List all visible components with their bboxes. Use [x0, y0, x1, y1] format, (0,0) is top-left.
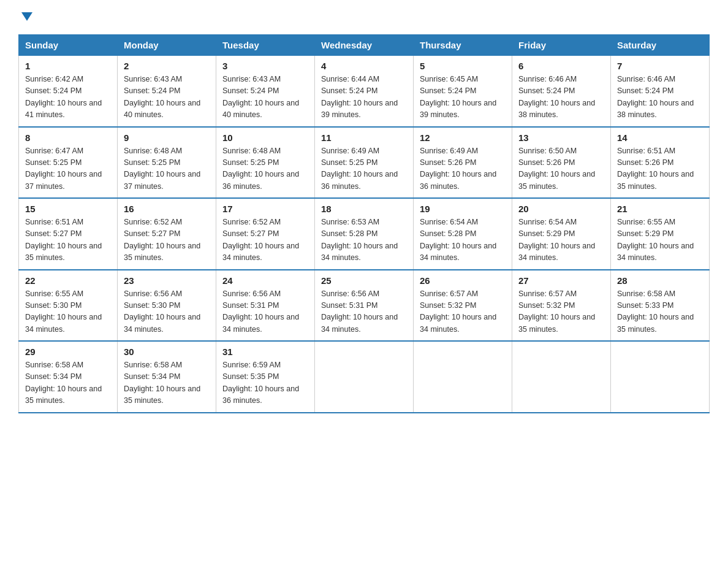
calendar-cell: 6 Sunrise: 6:46 AMSunset: 5:24 PMDayligh… — [512, 56, 611, 127]
weekday-header-wednesday: Wednesday — [315, 35, 414, 56]
day-info: Sunrise: 6:51 AMSunset: 5:27 PMDaylight:… — [25, 218, 102, 262]
day-number: 15 — [25, 204, 111, 214]
weekday-header-row: SundayMondayTuesdayWednesdayThursdayFrid… — [19, 35, 710, 56]
weekday-header-thursday: Thursday — [414, 35, 512, 56]
weekday-header-tuesday: Tuesday — [216, 35, 315, 56]
day-info: Sunrise: 6:54 AMSunset: 5:29 PMDaylight:… — [518, 218, 595, 262]
calendar-table: SundayMondayTuesdayWednesdayThursdayFrid… — [18, 34, 710, 413]
calendar-week-row: 29 Sunrise: 6:58 AMSunset: 5:34 PMDaylig… — [19, 341, 710, 413]
day-number: 23 — [124, 275, 210, 286]
day-info: Sunrise: 6:56 AMSunset: 5:31 PMDaylight:… — [222, 289, 299, 334]
day-number: 13 — [518, 132, 604, 143]
day-number: 8 — [25, 132, 111, 143]
day-info: Sunrise: 6:58 AMSunset: 5:33 PMDaylight:… — [617, 289, 694, 334]
day-info: Sunrise: 6:44 AMSunset: 5:24 PMDaylight:… — [321, 75, 398, 119]
day-info: Sunrise: 6:55 AMSunset: 5:30 PMDaylight:… — [25, 289, 102, 334]
calendar-cell: 26 Sunrise: 6:57 AMSunset: 5:32 PMDaylig… — [414, 270, 512, 342]
weekday-header-friday: Friday — [512, 35, 611, 56]
day-info: Sunrise: 6:43 AMSunset: 5:24 PMDaylight:… — [222, 75, 299, 119]
page-header — [18, 12, 710, 22]
day-number: 9 — [124, 132, 210, 143]
weekday-header-saturday: Saturday — [611, 35, 710, 56]
day-info: Sunrise: 6:56 AMSunset: 5:31 PMDaylight:… — [321, 289, 398, 334]
day-number: 12 — [420, 132, 506, 143]
day-number: 24 — [222, 275, 308, 286]
day-number: 5 — [420, 61, 506, 71]
day-info: Sunrise: 6:46 AMSunset: 5:24 PMDaylight:… — [518, 75, 595, 119]
day-info: Sunrise: 6:58 AMSunset: 5:34 PMDaylight:… — [25, 361, 102, 405]
calendar-cell: 2 Sunrise: 6:43 AMSunset: 5:24 PMDayligh… — [118, 56, 216, 127]
day-info: Sunrise: 6:58 AMSunset: 5:34 PMDaylight:… — [124, 361, 200, 405]
svg-marker-0 — [21, 12, 32, 21]
calendar-cell: 1 Sunrise: 6:42 AMSunset: 5:24 PMDayligh… — [19, 56, 118, 127]
calendar-week-row: 22 Sunrise: 6:55 AMSunset: 5:30 PMDaylig… — [19, 270, 710, 342]
calendar-cell: 16 Sunrise: 6:52 AMSunset: 5:27 PMDaylig… — [118, 198, 216, 270]
day-number: 17 — [222, 204, 308, 214]
calendar-cell: 21 Sunrise: 6:55 AMSunset: 5:29 PMDaylig… — [611, 198, 710, 270]
calendar-cell: 3 Sunrise: 6:43 AMSunset: 5:24 PMDayligh… — [216, 56, 315, 127]
calendar-cell: 7 Sunrise: 6:46 AMSunset: 5:24 PMDayligh… — [611, 56, 710, 127]
day-info: Sunrise: 6:54 AMSunset: 5:28 PMDaylight:… — [420, 218, 496, 262]
calendar-cell: 20 Sunrise: 6:54 AMSunset: 5:29 PMDaylig… — [512, 198, 611, 270]
day-info: Sunrise: 6:51 AMSunset: 5:26 PMDaylight:… — [617, 147, 694, 191]
day-info: Sunrise: 6:49 AMSunset: 5:25 PMDaylight:… — [321, 147, 398, 191]
day-info: Sunrise: 6:56 AMSunset: 5:30 PMDaylight:… — [124, 289, 200, 334]
day-number: 25 — [321, 275, 407, 286]
calendar-cell: 31 Sunrise: 6:59 AMSunset: 5:35 PMDaylig… — [216, 341, 315, 413]
calendar-week-row: 8 Sunrise: 6:47 AMSunset: 5:25 PMDayligh… — [19, 127, 710, 199]
day-number: 11 — [321, 132, 407, 143]
calendar-cell: 18 Sunrise: 6:53 AMSunset: 5:28 PMDaylig… — [315, 198, 414, 270]
calendar-cell: 5 Sunrise: 6:45 AMSunset: 5:24 PMDayligh… — [414, 56, 512, 127]
day-info: Sunrise: 6:52 AMSunset: 5:27 PMDaylight:… — [222, 218, 299, 262]
day-number: 10 — [222, 132, 308, 143]
day-info: Sunrise: 6:59 AMSunset: 5:35 PMDaylight:… — [222, 361, 299, 405]
day-number: 16 — [124, 204, 210, 214]
day-info: Sunrise: 6:57 AMSunset: 5:32 PMDaylight:… — [518, 289, 595, 334]
calendar-cell: 24 Sunrise: 6:56 AMSunset: 5:31 PMDaylig… — [216, 270, 315, 342]
day-number: 21 — [617, 204, 703, 214]
day-number: 28 — [617, 275, 703, 286]
calendar-cell: 30 Sunrise: 6:58 AMSunset: 5:34 PMDaylig… — [118, 341, 216, 413]
day-number: 27 — [518, 275, 604, 286]
day-number: 6 — [518, 61, 604, 71]
day-number: 18 — [321, 204, 407, 214]
day-number: 30 — [124, 347, 210, 357]
calendar-cell: 25 Sunrise: 6:56 AMSunset: 5:31 PMDaylig… — [315, 270, 414, 342]
logo-arrow-icon — [20, 10, 34, 23]
day-info: Sunrise: 6:55 AMSunset: 5:29 PMDaylight:… — [617, 218, 694, 262]
calendar-cell: 9 Sunrise: 6:48 AMSunset: 5:25 PMDayligh… — [118, 127, 216, 199]
day-number: 19 — [420, 204, 506, 214]
calendar-cell: 22 Sunrise: 6:55 AMSunset: 5:30 PMDaylig… — [19, 270, 118, 342]
calendar-cell — [512, 341, 611, 413]
day-number: 7 — [617, 61, 703, 71]
day-info: Sunrise: 6:47 AMSunset: 5:25 PMDaylight:… — [25, 147, 102, 191]
calendar-week-row: 15 Sunrise: 6:51 AMSunset: 5:27 PMDaylig… — [19, 198, 710, 270]
weekday-header-sunday: Sunday — [19, 35, 118, 56]
calendar-cell: 15 Sunrise: 6:51 AMSunset: 5:27 PMDaylig… — [19, 198, 118, 270]
calendar-cell: 17 Sunrise: 6:52 AMSunset: 5:27 PMDaylig… — [216, 198, 315, 270]
calendar-cell: 12 Sunrise: 6:49 AMSunset: 5:26 PMDaylig… — [414, 127, 512, 199]
day-number: 2 — [124, 61, 210, 71]
calendar-cell: 19 Sunrise: 6:54 AMSunset: 5:28 PMDaylig… — [414, 198, 512, 270]
calendar-cell: 11 Sunrise: 6:49 AMSunset: 5:25 PMDaylig… — [315, 127, 414, 199]
day-number: 4 — [321, 61, 407, 71]
day-number: 26 — [420, 275, 506, 286]
day-number: 22 — [25, 275, 111, 286]
day-info: Sunrise: 6:49 AMSunset: 5:26 PMDaylight:… — [420, 147, 496, 191]
weekday-header-monday: Monday — [118, 35, 216, 56]
day-number: 31 — [222, 347, 308, 357]
day-info: Sunrise: 6:57 AMSunset: 5:32 PMDaylight:… — [420, 289, 496, 334]
calendar-week-row: 1 Sunrise: 6:42 AMSunset: 5:24 PMDayligh… — [19, 56, 710, 127]
calendar-cell: 23 Sunrise: 6:56 AMSunset: 5:30 PMDaylig… — [118, 270, 216, 342]
calendar-cell: 28 Sunrise: 6:58 AMSunset: 5:33 PMDaylig… — [611, 270, 710, 342]
calendar-cell: 13 Sunrise: 6:50 AMSunset: 5:26 PMDaylig… — [512, 127, 611, 199]
day-info: Sunrise: 6:48 AMSunset: 5:25 PMDaylight:… — [222, 147, 299, 191]
calendar-cell: 10 Sunrise: 6:48 AMSunset: 5:25 PMDaylig… — [216, 127, 315, 199]
day-info: Sunrise: 6:50 AMSunset: 5:26 PMDaylight:… — [518, 147, 595, 191]
day-info: Sunrise: 6:48 AMSunset: 5:25 PMDaylight:… — [124, 147, 200, 191]
day-number: 20 — [518, 204, 604, 214]
day-info: Sunrise: 6:46 AMSunset: 5:24 PMDaylight:… — [617, 75, 694, 119]
day-number: 1 — [25, 61, 111, 71]
calendar-cell — [414, 341, 512, 413]
calendar-cell — [315, 341, 414, 413]
